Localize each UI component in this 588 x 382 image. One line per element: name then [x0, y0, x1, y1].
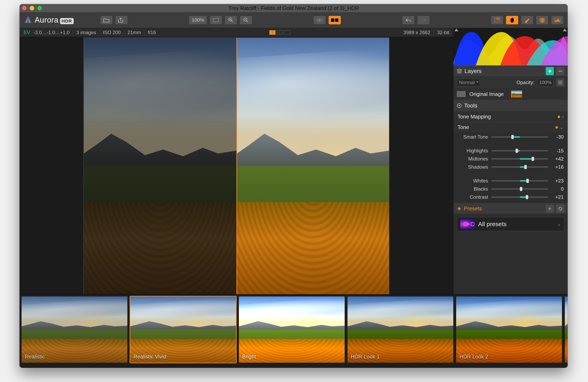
histogram-icon — [554, 18, 561, 22]
highlights-slider-row: Highlights -15 — [458, 148, 564, 153]
app-logo: Aurora HDR — [24, 16, 97, 25]
svg-rect-3 — [213, 18, 218, 22]
whites-slider[interactable] — [491, 180, 548, 181]
histogram-panel[interactable] — [454, 28, 568, 65]
highlights-slider[interactable] — [491, 150, 548, 151]
layers-section-header: Layers + − — [454, 65, 568, 77]
svg-point-12 — [459, 105, 460, 106]
main-toolbar: Aurora HDR 100% — [20, 12, 568, 28]
chevron-right-icon: › — [562, 114, 564, 119]
layers-title: Layers — [464, 68, 482, 74]
smart-tone-label: Smart Tone — [458, 134, 488, 140]
midtones-slider[interactable] — [491, 158, 548, 159]
tone-label: Tone — [458, 124, 469, 131]
preset-caption: Realistic — [25, 354, 45, 360]
image-count: 3 images — [76, 30, 96, 35]
compare-view-button[interactable] — [328, 16, 341, 25]
brush-tool-button[interactable] — [521, 16, 533, 25]
brand-name: Aurora — [35, 16, 58, 24]
highlights-label: Highlights — [458, 148, 488, 153]
zoom-in-button[interactable] — [225, 16, 237, 25]
split-view-toggle[interactable] — [269, 30, 275, 35]
single-view-toggle[interactable] — [284, 30, 290, 35]
canvas-area: EV -3.0…-1.0…+1.0 3 images ISO 200 21mm … — [20, 28, 453, 294]
chevron-down-icon: ⌄ — [557, 222, 561, 227]
preset-caption: Realistic Vivid — [133, 354, 166, 360]
blend-mode-select[interactable]: Normal — [457, 79, 480, 86]
preset-filmstrip: Realistic Realistic Vivid Bright HDR Loo… — [20, 294, 568, 368]
preset-category-select[interactable]: All presets ⌄ — [457, 217, 564, 231]
preset-category-label: All presets — [478, 221, 507, 228]
histogram-tool-button[interactable] — [551, 16, 564, 25]
blacks-slider[interactable] — [491, 188, 548, 190]
zoom-value-button[interactable]: 100% — [189, 16, 207, 25]
hamburger-icon — [558, 81, 563, 84]
crop-tool-button[interactable] — [491, 16, 503, 25]
tone-header[interactable]: Tone ⌄ — [454, 122, 568, 133]
main-area: EV -3.0…-1.0…+1.0 3 images ISO 200 21mm … — [20, 28, 568, 294]
svg-rect-8 — [335, 19, 338, 22]
midtones-label: Midtones — [458, 156, 488, 162]
preview-toggle-button[interactable] — [313, 16, 326, 25]
window-controls — [22, 6, 42, 10]
presets-title: Presets — [464, 205, 482, 212]
preset-caption: Bright — [242, 354, 256, 360]
refresh-icon — [558, 207, 563, 211]
preset-tile-realistic-vivid[interactable]: Realistic Vivid — [130, 296, 236, 363]
remove-layer-button[interactable]: − — [556, 67, 564, 75]
smart-tone-slider[interactable] — [491, 136, 548, 137]
ev-label: EV — [24, 30, 30, 35]
close-window-button[interactable] — [22, 6, 26, 10]
shadows-value: +16 — [551, 164, 564, 170]
window-title: Trey Ratcliff - Fields of Gold New Zeala… — [20, 5, 568, 11]
tone-mapping-header[interactable]: Tone Mapping › — [454, 111, 568, 122]
modified-dot-icon — [558, 116, 560, 118]
zoom-fit-button[interactable] — [210, 16, 222, 25]
add-layer-button[interactable]: + — [546, 67, 554, 75]
shadows-label: Shadows — [458, 164, 488, 170]
layers-icon — [457, 68, 462, 74]
preset-tile-next[interactable] — [565, 296, 568, 363]
redo-icon — [420, 18, 426, 22]
folder-icon — [103, 18, 109, 22]
whites-slider-row: Whites +23 — [458, 178, 564, 184]
whites-value: +23 — [551, 178, 564, 184]
view-mode-toggles — [269, 30, 290, 35]
brand-badge: HDR — [60, 18, 74, 24]
redo-button[interactable] — [417, 16, 430, 25]
target-icon — [457, 103, 462, 108]
export-button[interactable] — [115, 16, 128, 25]
layer-item[interactable]: Original Image — [454, 88, 568, 100]
sidebyside-view-toggle[interactable] — [277, 30, 283, 35]
hand-icon — [510, 17, 515, 23]
share-icon — [118, 18, 125, 22]
contrast-slider[interactable] — [491, 196, 548, 198]
refresh-presets-button[interactable] — [556, 205, 564, 213]
open-file-button[interactable] — [100, 16, 113, 25]
histogram-icon — [454, 28, 568, 65]
minimize-window-button[interactable] — [30, 6, 34, 10]
preset-tile-bright[interactable]: Bright — [239, 296, 345, 363]
add-preset-button[interactable]: + — [546, 205, 554, 213]
preset-tile-hdr-look-1[interactable]: HDR Look 1 — [348, 296, 453, 363]
zoom-out-button[interactable] — [240, 16, 252, 25]
shadows-slider[interactable] — [491, 166, 548, 168]
iso-value: ISO 200 — [103, 30, 121, 35]
preset-tile-hdr-look-2[interactable]: HDR Look 2 — [456, 296, 562, 363]
compare-icon — [331, 18, 339, 22]
ev-values: -3.0…-1.0…+1.0 — [33, 30, 70, 35]
undo-button[interactable] — [402, 16, 415, 25]
contrast-label: Contrast — [458, 194, 488, 200]
hand-tool-button[interactable] — [506, 16, 518, 25]
preset-tile-realistic[interactable]: Realistic — [21, 296, 127, 363]
filmstrip-scroll[interactable]: Realistic Realistic Vivid Bright HDR Loo… — [20, 294, 568, 368]
logo-mark-icon — [24, 16, 33, 25]
opacity-value[interactable]: 100% — [537, 79, 553, 86]
layer-menu-button[interactable] — [556, 78, 564, 87]
canvas-viewport[interactable] — [20, 37, 453, 294]
zoom-in-icon — [228, 18, 233, 23]
maximize-window-button[interactable] — [38, 6, 42, 10]
layers-tool-button[interactable] — [536, 16, 548, 25]
crop-icon — [494, 18, 500, 23]
presets-header: ★ Presets + — [454, 203, 568, 214]
